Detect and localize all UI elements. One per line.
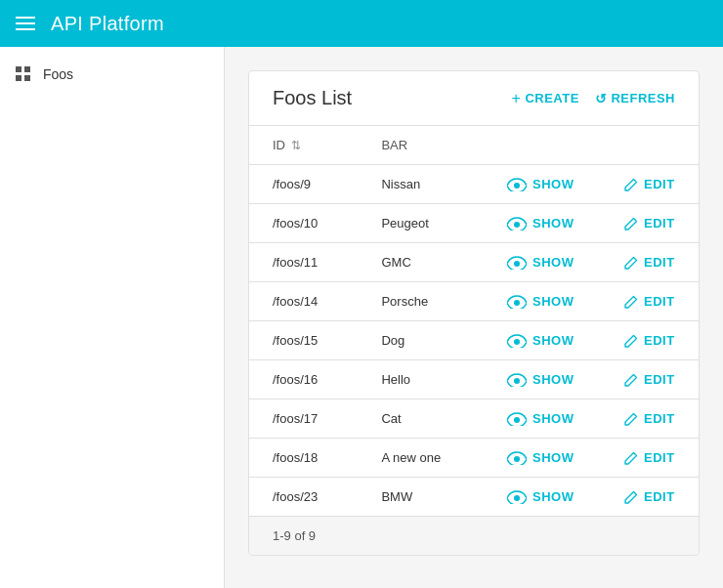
cell-edit: EDIT xyxy=(601,243,699,282)
eye-icon xyxy=(507,217,527,231)
sort-icon[interactable]: ⇅ xyxy=(291,139,301,152)
show-button[interactable]: SHOW xyxy=(507,372,577,387)
edit-label: EDIT xyxy=(644,216,675,231)
eye-icon xyxy=(507,256,527,270)
create-button[interactable]: + CREATE xyxy=(512,90,579,107)
create-label: CREATE xyxy=(525,91,578,105)
show-button[interactable]: SHOW xyxy=(507,411,577,426)
refresh-label: REFRESH xyxy=(611,91,675,105)
table-row: /foos/14 Porsche SHOW EDIT xyxy=(249,282,699,321)
cell-id: /foos/17 xyxy=(249,399,358,439)
edit-button[interactable]: EDIT xyxy=(624,255,675,270)
cell-show: SHOW xyxy=(484,282,601,321)
sidebar-item-foos[interactable]: Foos xyxy=(0,55,224,94)
svg-point-2 xyxy=(514,261,520,267)
edit-button[interactable]: EDIT xyxy=(624,333,675,348)
show-button[interactable]: SHOW xyxy=(507,255,577,270)
card-header: Foos List + CREATE ↺ REFRESH xyxy=(249,71,699,126)
show-button[interactable]: SHOW xyxy=(507,294,577,309)
eye-icon xyxy=(507,451,527,465)
cell-edit: EDIT xyxy=(601,321,699,360)
cell-bar: Peugeot xyxy=(358,204,484,243)
edit-label: EDIT xyxy=(644,294,675,309)
card-actions: + CREATE ↺ REFRESH xyxy=(512,90,675,107)
svg-point-8 xyxy=(514,495,520,501)
edit-label: EDIT xyxy=(644,177,675,191)
show-button[interactable]: SHOW xyxy=(507,216,577,231)
edit-label: EDIT xyxy=(644,255,675,270)
edit-button[interactable]: EDIT xyxy=(624,450,675,465)
pencil-icon xyxy=(624,178,638,191)
show-label: SHOW xyxy=(532,177,574,191)
eye-icon xyxy=(507,178,527,191)
cell-edit: EDIT xyxy=(601,360,699,399)
col-id-label: ID xyxy=(273,138,285,152)
table-row: /foos/18 A new one SHOW EDIT xyxy=(249,439,699,478)
svg-point-0 xyxy=(514,183,520,189)
cell-show: SHOW xyxy=(484,204,601,243)
refresh-icon: ↺ xyxy=(595,91,608,106)
cell-show: SHOW xyxy=(484,321,601,360)
show-label: SHOW xyxy=(532,411,574,426)
table-row: /foos/9 Nissan SHOW EDIT xyxy=(249,165,699,204)
table-row: /foos/15 Dog SHOW EDIT xyxy=(249,321,699,360)
pencil-icon xyxy=(624,490,638,504)
grid-icon xyxy=(16,66,31,82)
cell-edit: EDIT xyxy=(601,282,699,321)
cell-bar: BMW xyxy=(358,478,484,517)
cell-show: SHOW xyxy=(484,439,601,478)
col-edit-header xyxy=(601,126,699,165)
refresh-button[interactable]: ↺ REFRESH xyxy=(595,91,675,106)
show-button[interactable]: SHOW xyxy=(507,489,577,504)
cell-edit: EDIT xyxy=(601,204,699,243)
cell-bar: Cat xyxy=(358,399,484,439)
pencil-icon xyxy=(624,451,638,465)
table-row: /foos/11 GMC SHOW EDIT xyxy=(249,243,699,282)
cell-edit: EDIT xyxy=(601,165,699,204)
layout: Foos Foos List + CREATE ↺ REFRESH xyxy=(0,47,723,588)
cell-id: /foos/15 xyxy=(249,321,358,360)
cell-bar: A new one xyxy=(358,439,484,478)
cell-show: SHOW xyxy=(484,243,601,282)
edit-button[interactable]: EDIT xyxy=(624,411,675,426)
edit-button[interactable]: EDIT xyxy=(624,177,675,191)
col-bar-label: BAR xyxy=(381,138,407,152)
show-button[interactable]: SHOW xyxy=(507,450,577,465)
edit-button[interactable]: EDIT xyxy=(624,372,675,387)
cell-edit: EDIT xyxy=(601,478,699,517)
app-header: API Platform xyxy=(0,0,723,47)
show-label: SHOW xyxy=(532,333,574,348)
svg-point-1 xyxy=(514,222,520,228)
edit-button[interactable]: EDIT xyxy=(624,294,675,309)
show-button[interactable]: SHOW xyxy=(507,333,577,348)
pencil-icon xyxy=(624,217,638,231)
pencil-icon xyxy=(624,256,638,270)
svg-point-4 xyxy=(514,339,520,345)
col-show-header xyxy=(484,126,601,165)
cell-id: /foos/18 xyxy=(249,439,358,478)
col-bar: BAR xyxy=(358,126,484,165)
pencil-icon xyxy=(624,295,638,309)
foos-card: Foos List + CREATE ↺ REFRESH xyxy=(248,70,700,556)
cell-id: /foos/10 xyxy=(249,204,358,243)
edit-button[interactable]: EDIT xyxy=(624,489,675,504)
edit-button[interactable]: EDIT xyxy=(624,216,675,231)
table-row: /foos/23 BMW SHOW EDIT xyxy=(249,478,699,517)
cell-show: SHOW xyxy=(484,478,601,517)
cell-edit: EDIT xyxy=(601,399,699,439)
pagination-info: 1-9 of 9 xyxy=(249,516,699,555)
table-row: /foos/10 Peugeot SHOW EDIT xyxy=(249,204,699,243)
card-title: Foos List xyxy=(273,87,352,109)
table-row: /foos/17 Cat SHOW EDIT xyxy=(249,399,699,439)
menu-icon[interactable] xyxy=(16,17,35,30)
cell-id: /foos/16 xyxy=(249,360,358,399)
svg-point-7 xyxy=(514,456,520,462)
edit-label: EDIT xyxy=(644,372,675,387)
cell-bar: Nissan xyxy=(358,165,484,204)
pencil-icon xyxy=(624,334,638,348)
show-button[interactable]: SHOW xyxy=(507,177,577,191)
svg-point-5 xyxy=(514,378,520,384)
show-label: SHOW xyxy=(532,216,574,231)
eye-icon xyxy=(507,295,527,309)
sidebar-item-label: Foos xyxy=(43,66,73,82)
